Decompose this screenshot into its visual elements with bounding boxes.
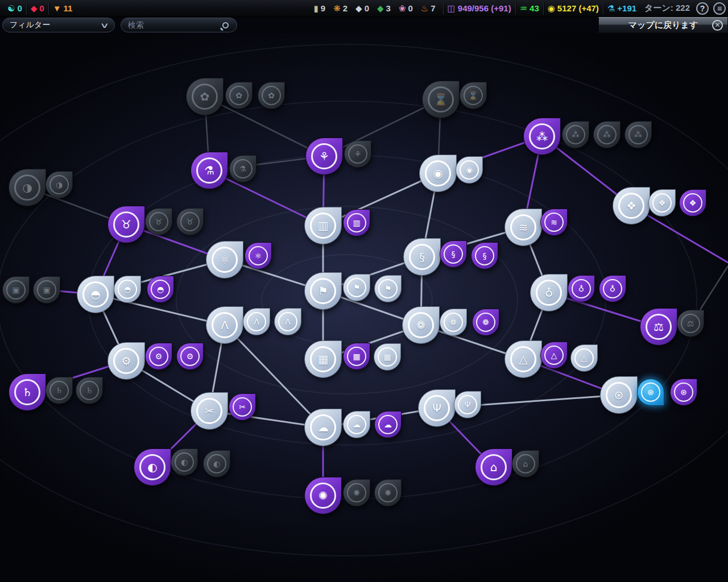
tech-leaf-plant-dome-1[interactable]: ⚘ (344, 140, 371, 168)
spiral-stat: ☯0 (3, 3, 26, 14)
tech-leaf-robotics-arm-2[interactable]: ⚙ (176, 343, 204, 370)
tech-leaf-astronomy-planet-1[interactable]: ♄ (46, 377, 73, 404)
tech-node-social-network[interactable]: ⁂ (523, 118, 561, 155)
affinity-stats: ☯0◆0▼11 (0, 0, 80, 16)
tech-leaf-orbital-network-2[interactable]: ⊛ (670, 379, 697, 406)
tech-leaf-human-enhancement-2[interactable]: ♉ (176, 208, 204, 235)
node-ring: Ψ (458, 395, 477, 414)
node-ring: ✿ (192, 84, 218, 110)
tech-node-engineering-compass[interactable]: Λ (206, 306, 243, 344)
tech-leaf-alien-biology-2[interactable]: ♁ (599, 275, 626, 302)
tech-leaf-genetic-mapping-1[interactable]: § (440, 240, 467, 268)
tech-node-combat-helmet[interactable]: ◓ (77, 276, 114, 313)
tech-leaf-habitat-dome-1[interactable]: ⌂ (512, 450, 539, 477)
tech-leaf-pioneering-flag-2[interactable]: ⚑ (374, 275, 402, 302)
tech-leaf-astronomy-planet-2[interactable]: ♄ (76, 377, 103, 404)
tech-leaf-cognition-brain-2[interactable]: ☁ (374, 411, 402, 438)
tech-node-law-scales[interactable]: ⚖ (640, 308, 677, 346)
tech-node-cybernetics-head[interactable]: ◑ (9, 169, 46, 206)
tech-node-dna-schema[interactable]: ❖ (613, 187, 650, 225)
tech-leaf-social-network-2[interactable]: ⁂ (593, 121, 621, 148)
tech-node-genetics[interactable]: ⌛ (422, 81, 460, 118)
tech-leaf-engineering-compass-1[interactable]: Λ (243, 308, 270, 335)
tech-leaf-social-network-1[interactable]: ⁂ (562, 121, 589, 148)
tech-node-microscope[interactable]: ⚗ (191, 152, 228, 189)
filter-dropdown[interactable]: フィルター ∨ (2, 18, 115, 32)
node-ring: ♉ (113, 211, 139, 238)
tech-leaf-ecology-flower-2[interactable]: ❁ (472, 309, 499, 336)
tech-node-photonics-chip[interactable]: ✺ (304, 477, 342, 514)
tech-leaf-computing-chip-1[interactable]: ▦ (343, 343, 370, 370)
tech-leaf-human-enhancement-1[interactable]: ♉ (145, 208, 172, 235)
tech-node-leaf[interactable]: ✿ (186, 78, 224, 115)
search-input[interactable] (128, 20, 213, 30)
tech-leaf-fabrication-laser-1[interactable]: ✂ (229, 393, 256, 421)
tech-leaf-dna-schema-2[interactable]: ❖ (679, 189, 706, 217)
tech-node-plant-dome[interactable]: ⚘ (305, 138, 343, 175)
tech-leaf-photonics-chip-1[interactable]: ✺ (343, 479, 370, 506)
tech-leaf-alien-biology-1[interactable]: ♁ (568, 275, 595, 302)
tech-node-arcology-pyramid[interactable]: △ (504, 340, 542, 378)
tech-leaf-social-network-3[interactable]: ⁂ (624, 121, 652, 148)
tech-leaf-engineering-compass-2[interactable]: Λ (274, 308, 301, 335)
tech-leaf-physics-atom-1[interactable]: ⚛ (245, 242, 272, 269)
tech-node-habitat-dome[interactable]: ⌂ (475, 448, 512, 486)
tech-leaf-combat-helmet-1[interactable]: ◓ (114, 276, 141, 303)
close-icon[interactable]: ✕ (712, 20, 723, 31)
menu-button[interactable]: ≡ (713, 2, 726, 15)
tech-leaf-cognition-brain-1[interactable]: ☁ (343, 411, 370, 438)
tech-leaf-law-scales-1[interactable]: ⚖ (677, 310, 704, 337)
tech-node-chemistry-tubes[interactable]: ▥ (304, 207, 342, 244)
tech-leaf-ai-head-1[interactable]: ◐ (171, 448, 198, 476)
tech-node-robotics-arm[interactable]: ⚙ (107, 342, 145, 380)
tech-web-canvas[interactable]: ✿✿✿⌛⌛⁂⁂⁂⁂⚘⚘⚗⚗◑◑◉◉❖❖❖♉♉♉▥▥≋≋⚛⚛§§§▣▣◓◓◓⚑⚑⚑… (0, 33, 728, 582)
tech-leaf-circuitry-1[interactable]: ▣ (33, 276, 60, 304)
tech-node-physics-atom[interactable]: ⚛ (206, 241, 243, 278)
dome-icon: ⌂ (523, 460, 528, 468)
tech-node-astronomy-planet[interactable]: ♄ (9, 373, 46, 411)
tech-leaf-arcology-pyramid-2[interactable]: △ (570, 344, 598, 372)
tech-leaf-arcology-pyramid-1[interactable]: △ (540, 342, 568, 369)
tech-node-orbital-network[interactable]: ⊛ (600, 376, 638, 414)
tech-leaf-cybernetics-head-1[interactable]: ◑ (46, 171, 73, 198)
tech-leaf-chemistry-tubes-1[interactable]: ▥ (343, 209, 370, 236)
tech-node-cognition-brain[interactable]: ☁ (304, 409, 342, 446)
tech-node-pioneering-flag[interactable]: ⚑ (304, 272, 342, 310)
search-icon[interactable] (222, 22, 229, 28)
tech-node-genetic-mapping[interactable]: § (403, 238, 441, 276)
tech-node-ecology-flower[interactable]: ❁ (402, 306, 440, 344)
tech-leaf-dna-schema-1[interactable]: ❖ (648, 189, 676, 217)
tech-leaf-psychology-1[interactable]: ◉ (456, 156, 483, 184)
help-button[interactable]: ? (696, 2, 709, 15)
tech-node-computing-chip[interactable]: ▦ (304, 340, 342, 378)
tech-leaf-robotics-arm-1[interactable]: ⚙ (145, 343, 172, 370)
tech-node-alien-biology[interactable]: ♁ (530, 274, 568, 311)
tech-leaf-genetics-1[interactable]: ⌛ (460, 82, 487, 109)
tech-leaf-gene-design-1[interactable]: ≋ (540, 209, 568, 236)
tech-leaf-pioneering-flag-1[interactable]: ⚑ (343, 274, 370, 301)
value: 0 (365, 3, 369, 13)
tech-node-communications-tower[interactable]: Ψ (418, 389, 456, 427)
tech-leaf-genetic-mapping-2[interactable]: § (471, 242, 498, 269)
tech-leaf-communications-tower-1[interactable]: Ψ (454, 391, 481, 418)
tech-leaf-leaf-2[interactable]: ✿ (258, 82, 285, 109)
tech-leaf-orbital-network-1[interactable]: ⊛ (637, 379, 664, 406)
tech-node-fabrication-laser[interactable]: ✂ (191, 392, 228, 430)
tech-leaf-leaf-1[interactable]: ✿ (225, 82, 253, 109)
tech-leaf-combat-helmet-2[interactable]: ◓ (147, 276, 174, 303)
node-ring: ⚘ (348, 144, 367, 164)
tech-leaf-computing-chip-2[interactable]: ▦ (374, 343, 401, 371)
people-network-icon: ⁂ (536, 131, 548, 142)
pyramid-icon: △ (519, 354, 527, 365)
tech-leaf-ai-head-2[interactable]: ◐ (203, 450, 230, 477)
tech-node-circuitry[interactable]: ▣ (2, 276, 30, 304)
tech-node-gene-design[interactable]: ≋ (504, 209, 542, 246)
tech-leaf-microscope-1[interactable]: ⚗ (229, 155, 257, 182)
tech-leaf-photonics-chip-2[interactable]: ✺ (374, 479, 402, 506)
node-ring: ◐ (207, 454, 226, 473)
tech-node-psychology[interactable]: ◉ (419, 155, 457, 192)
tech-node-human-enhancement[interactable]: ♉ (107, 206, 145, 243)
tech-leaf-ecology-flower-1[interactable]: ❁ (440, 309, 467, 336)
return-to-map-button[interactable]: マップに戻ります ✕ (598, 17, 728, 33)
tech-node-ai-head[interactable]: ◐ (134, 448, 171, 486)
